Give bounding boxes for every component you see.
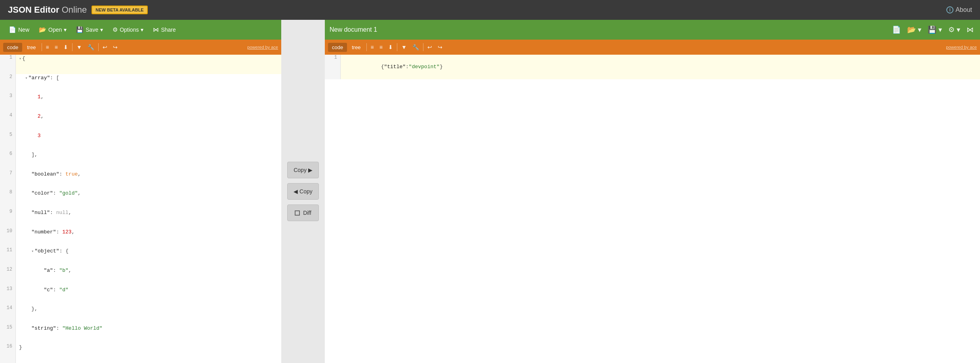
right-tab-separator-2 (397, 43, 397, 51)
share-button[interactable]: ⋈ Share (149, 24, 179, 36)
right-options-icon[interactable]: ⚙ ▾ (947, 24, 962, 36)
table-row: 16 } (0, 344, 281, 363)
right-format-sort-icon[interactable]: ⬇ (386, 42, 395, 52)
table-row: 12 "a": "b", (0, 267, 281, 286)
right-tab-separator-3 (423, 43, 423, 51)
open-chevron-icon: ▾ (64, 27, 67, 33)
middle-area: Copy ▶ ◀ Copy Diff (281, 20, 325, 363)
right-share-icon[interactable]: ⋈ (965, 24, 975, 36)
copy-right-button[interactable]: Copy ▶ (287, 162, 319, 178)
right-format-compact-icon[interactable]: ≡ (368, 42, 376, 52)
undo-icon[interactable]: ↩ (100, 42, 110, 52)
options-button[interactable]: ⚙ Options ▾ (109, 24, 147, 36)
table-row: 2 ▾"array": [ (0, 74, 281, 94)
tab-separator-3 (98, 43, 99, 51)
right-tab-separator-1 (366, 43, 367, 51)
info-icon: i (946, 6, 953, 13)
right-undo-icon[interactable]: ↩ (425, 42, 435, 52)
filter-icon[interactable]: ▼ (74, 42, 84, 52)
right-filter-icon[interactable]: ▼ (399, 42, 409, 52)
table-row: 4 2, (0, 113, 281, 132)
table-row: 1 {"title":"devpoint"} (325, 55, 980, 79)
options-chevron-icon: ▾ (141, 27, 143, 33)
save-chevron-icon: ▾ (100, 27, 103, 33)
format-compact-icon[interactable]: ≡ (44, 42, 51, 52)
table-row: 1 ▾{ (0, 55, 281, 74)
table-row: 7 "boolean": true, (0, 170, 281, 190)
header-bar: JSON Editor Online NEW BETA AVAILABLE i … (0, 0, 980, 20)
beta-badge[interactable]: NEW BETA AVAILABLE (92, 6, 147, 14)
table-row: 14 }, (0, 305, 281, 325)
table-row: 13 "c": "d" (0, 286, 281, 306)
left-tab-bar: code tree ≡ ≡ ⬇ ▼ 🔧 ↩ ↪ powered by ace (0, 40, 281, 55)
right-code-lines: 1 {"title":"devpoint"} (325, 55, 980, 79)
table-row: 9 "null": null, (0, 209, 281, 228)
format-expand-icon[interactable]: ≡ (52, 42, 60, 52)
tab-code-left[interactable]: code (3, 43, 22, 52)
new-icon: 📄 (9, 26, 16, 33)
open-icon: 📂 (39, 26, 46, 33)
left-code-area[interactable]: 1 ▾{ 2 ▾"array": [ 3 1, 4 2, 5 (0, 55, 281, 363)
powered-by-right[interactable]: powered by ace (946, 45, 977, 50)
tab-tree-left[interactable]: tree (23, 43, 40, 52)
right-panel-title: New document 1 (330, 26, 377, 33)
open-button[interactable]: 📂 Open ▾ (35, 24, 71, 36)
right-save-icon[interactable]: 💾 ▾ (926, 24, 944, 36)
right-new-icon[interactable]: 📄 (890, 24, 902, 36)
right-panel: New document 1 📄 📂 ▾ 💾 ▾ ⚙ ▾ ⋈ code tree… (325, 20, 980, 363)
share-icon: ⋈ (153, 26, 159, 33)
table-row: 15 "string": "Hello World" (0, 325, 281, 344)
tab-separator-1 (42, 43, 42, 51)
diff-checkbox-icon (295, 210, 300, 216)
left-panel: 📄 New 📂 Open ▾ 💾 Save ▾ ⚙ Options ▾ ⋈ Sh… (0, 20, 281, 363)
table-row: 3 1, (0, 93, 281, 113)
left-toolbar: 📄 New 📂 Open ▾ 💾 Save ▾ ⚙ Options ▾ ⋈ Sh… (0, 20, 281, 40)
save-button[interactable]: 💾 Save ▾ (72, 24, 107, 36)
tab-separator-2 (72, 43, 72, 51)
right-format-expand-icon[interactable]: ≡ (377, 42, 385, 52)
about-label: About (955, 6, 972, 13)
code-lines: 1 ▾{ 2 ▾"array": [ 3 1, 4 2, 5 (0, 55, 281, 363)
table-row: 8 "color": "gold", (0, 189, 281, 209)
save-icon: 💾 (76, 26, 84, 33)
app-title: JSON Editor Online (8, 5, 87, 15)
powered-by-left[interactable]: powered by ace (247, 45, 278, 50)
right-redo-icon[interactable]: ↪ (435, 42, 445, 52)
wrench-icon[interactable]: 🔧 (85, 42, 97, 52)
table-row: 10 "number": 123, (0, 228, 281, 248)
copy-left-button[interactable]: ◀ Copy (287, 183, 319, 200)
right-tab-bar: code tree ≡ ≡ ⬇ ▼ 🔧 ↩ ↪ powered by ace (325, 40, 980, 55)
tab-tree-right[interactable]: tree (348, 43, 364, 52)
tab-code-right[interactable]: code (328, 43, 347, 52)
right-wrench-icon[interactable]: 🔧 (410, 42, 421, 52)
right-code-area[interactable]: 1 {"title":"devpoint"} (325, 55, 980, 363)
new-button[interactable]: 📄 New (5, 24, 33, 36)
table-row: 5 3 (0, 132, 281, 151)
table-row: 6 ], (0, 151, 281, 170)
format-sort-icon[interactable]: ⬇ (61, 42, 71, 52)
diff-button[interactable]: Diff (287, 204, 319, 221)
options-icon: ⚙ (112, 26, 118, 33)
main-content: 📄 New 📂 Open ▾ 💾 Save ▾ ⚙ Options ▾ ⋈ Sh… (0, 20, 980, 363)
table-row: 11 ▾"object": { (0, 247, 281, 267)
header-left: JSON Editor Online NEW BETA AVAILABLE (8, 5, 148, 15)
right-header-icons: 📄 📂 ▾ 💾 ▾ ⚙ ▾ ⋈ (890, 24, 975, 36)
right-open-icon[interactable]: 📂 ▾ (906, 24, 923, 36)
about-button[interactable]: i About (946, 6, 972, 13)
right-header: New document 1 📄 📂 ▾ 💾 ▾ ⚙ ▾ ⋈ (325, 20, 980, 40)
redo-icon[interactable]: ↪ (111, 42, 120, 52)
